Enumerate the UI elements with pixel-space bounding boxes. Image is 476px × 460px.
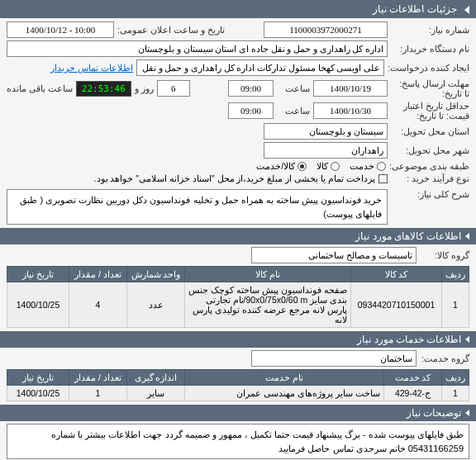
radio-both[interactable] xyxy=(298,162,307,171)
req-num-input[interactable] xyxy=(264,21,388,38)
goods-table: ردیف کد کالا نام کالا واحد شمارش تعداد /… xyxy=(7,266,469,328)
city-label: شهر محل تحویل: xyxy=(391,145,469,155)
buytype-desc: پرداخت تمام یا بخشی از مبلغ خرید،از محل … xyxy=(94,173,375,183)
reply-time-input[interactable] xyxy=(228,80,274,97)
city-input[interactable] xyxy=(264,142,388,159)
buytype-label: نوع فرآیند خرید : xyxy=(391,173,469,183)
services-group-label: گروه خدمت: xyxy=(420,353,469,363)
time-label-1: ساعت xyxy=(277,83,310,93)
table-row[interactable]: 1 ج-42-429 ساخت سایر پروژه‌های مهندسی عم… xyxy=(7,386,469,401)
radio-service[interactable] xyxy=(377,162,386,171)
valid-time-input[interactable] xyxy=(228,102,274,119)
buyer-input[interactable] xyxy=(7,40,388,57)
days-and-label: روز و xyxy=(135,83,154,93)
remain-label: ساعت باقی مانده xyxy=(7,83,73,93)
days-input[interactable] xyxy=(157,80,190,97)
services-group-input[interactable] xyxy=(251,350,416,367)
caret-icon xyxy=(464,6,469,14)
reply-date-input[interactable] xyxy=(313,80,388,97)
goods-group-input[interactable] xyxy=(251,247,416,263)
requester-input[interactable] xyxy=(136,59,384,76)
cat-label: طبقه بندی موضوعی: xyxy=(389,161,469,171)
prov-label: استان محل تحویل: xyxy=(391,126,469,136)
desc-text: خرید فونداسیون پیش ساخته به همراه حمل و … xyxy=(7,189,388,225)
caret-icon xyxy=(465,410,469,416)
caret-icon xyxy=(465,233,469,239)
goods-group-label: گروه کالا: xyxy=(420,250,469,260)
goods-table-header: ردیف کد کالا نام کالا واحد شمارش تعداد /… xyxy=(7,267,469,282)
announce-input[interactable] xyxy=(7,21,114,38)
desc-label: شرح کلی نیاز: xyxy=(391,189,469,199)
caret-icon xyxy=(465,336,469,343)
valid-label: حداقل تاریخ اعتبارقیمت: تا تاریخ: xyxy=(391,101,469,121)
services-section-header: اطلاعات خدمات مورد نیاز xyxy=(0,331,476,348)
req-num-label: شماره نیاز: xyxy=(391,25,469,35)
buytype-checkbox[interactable] xyxy=(378,174,388,183)
form-area: شماره نیاز: تاریخ و ساعت اعلان عمومی: نا… xyxy=(0,18,476,189)
buyer-info-link[interactable]: اطلاعات تماس خریدار xyxy=(50,63,133,73)
valid-date-input[interactable] xyxy=(313,102,388,119)
goods-section-header: اطلاعات کالاهای مورد نیاز xyxy=(0,228,476,244)
prov-input[interactable] xyxy=(264,123,388,140)
time-label-2: ساعت xyxy=(277,106,310,116)
category-radio-group: خدمت کالا کالا/خدمت xyxy=(256,161,386,171)
services-table: ردیف کد خدمت نام خدمت اندازه گیری تعداد … xyxy=(7,369,469,401)
countdown-timer: 22:53:46 xyxy=(76,81,131,97)
requester-label: ایجاد کننده درخواست: xyxy=(388,63,469,73)
notes-section-header: توضیحات نیاز xyxy=(0,405,476,421)
table-row[interactable]: 1 0934420710150001 صفحه فونداسیون پیش سا… xyxy=(7,282,469,328)
services-table-header: ردیف کد خدمت نام خدمت اندازه گیری تعداد … xyxy=(7,370,469,386)
radio-goods[interactable] xyxy=(331,162,340,171)
buyer-label: نام دستگاه خریدار: xyxy=(391,44,469,54)
announce-label: تاریخ و ساعت اعلان عمومی: xyxy=(117,25,225,35)
notes-text: طبق فایلهای پیوست شده - برگ پیشنهاد قیمت… xyxy=(7,424,469,459)
header-title: جزئیات اطلاعات نیاز xyxy=(373,3,457,15)
reply-label: مهلت ارسال پاسخ:تا تاریخ: xyxy=(391,78,469,98)
page-header: جزئیات اطلاعات نیاز xyxy=(0,0,476,18)
